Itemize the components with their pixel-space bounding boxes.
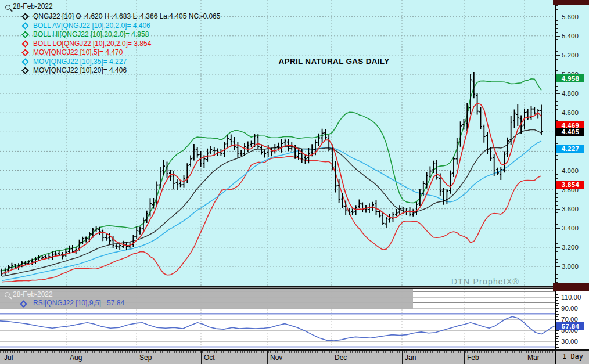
month-label-jul: Jul [4, 354, 13, 362]
legend-row-label: BOLL HI[QNGJ22 [10],20,2.0]= 4.958 [33, 30, 149, 38]
price-tick [556, 98, 558, 98]
price-tick [556, 155, 558, 156]
price-tick [556, 251, 558, 252]
month-tick [267, 351, 268, 364]
legend-row-label: MOV[QNGJ22 [10],5]= 4.470 [33, 48, 123, 56]
price-tick [556, 278, 558, 279]
price-tick [556, 232, 558, 232]
rsi-axis[interactable]: 110.0090.0070.0050.0030.0057.84 [556, 289, 589, 349]
magnifier-icon[interactable] [5, 292, 10, 297]
price-tick [556, 259, 558, 260]
rsi-legend-text: RSI[QNGJ22 [10],9,5]= 57.84 [33, 299, 124, 307]
price-tick [556, 5, 558, 6]
price-badge: 4.227 [556, 145, 584, 153]
price-tick [556, 67, 558, 67]
month-label-sep: Sep [139, 354, 152, 362]
rsi-axis-label: 90.00 [561, 305, 578, 312]
legend-row-boll-av[interactable]: BOLL AV[QNGJ22 [10],20,2.0]= 4.406 [0, 21, 53, 30]
price-tick [556, 228, 560, 229]
rsi-tick [556, 338, 558, 339]
price-tick [556, 17, 560, 17]
legend-row-boll-hi[interactable]: BOLL HI[QNGJ22 [10],20,2.0]= 4.958 [0, 30, 53, 39]
interval-selector[interactable]: 1 Day [555, 351, 589, 364]
month-tick [464, 351, 465, 364]
price-tick [556, 167, 558, 167]
price-tick [556, 193, 558, 194]
magnifier-icon[interactable] [5, 5, 10, 10]
legend-row-mov-5[interactable]: MOV[QNGJ22 [10],5]= 4.470 [0, 48, 53, 57]
price-tick [556, 20, 558, 21]
price-tick [556, 178, 558, 179]
price-tick [556, 197, 558, 198]
boll-hi-diamond-icon [21, 31, 29, 38]
price-tick [556, 243, 558, 244]
rsi-tick [556, 294, 558, 295]
price-tick [556, 90, 558, 91]
rsi-legend-box: 28-Feb-2022 RSI[QNGJ22 [10],9,5]= 57.84 [0, 289, 413, 309]
quote-diamond-icon [21, 13, 29, 20]
price-tick [556, 86, 558, 87]
price-tick [556, 205, 558, 206]
price-tick [556, 247, 560, 248]
price-tick [556, 262, 558, 263]
month-tick [137, 351, 137, 364]
rsi-tick [556, 308, 559, 309]
price-tick [556, 236, 558, 236]
price-axis-label: 4.800 [562, 90, 579, 97]
price-tick [556, 105, 558, 106]
axis-separator-bar [553, 283, 589, 291]
price-tick [556, 70, 558, 71]
legend-row-boll-lo[interactable]: BOLL LO[QNGJ22 [10],20,2.0]= 3.854 [0, 39, 53, 48]
rsi-tick [556, 336, 559, 337]
rsi-axis-label: 30.00 [561, 338, 578, 345]
price-tick [556, 44, 558, 44]
month-tick [201, 351, 202, 364]
axis-header-bar [553, 0, 589, 5]
price-badge: 4.958 [556, 74, 584, 82]
rsi-tick [556, 319, 559, 320]
price-axis-label: 3.400 [562, 225, 579, 232]
price-tick [556, 140, 558, 140]
rsi-tick [556, 344, 558, 345]
price-axis-label: 5.200 [562, 52, 579, 59]
price-tick [556, 271, 558, 271]
price-tick [556, 32, 558, 33]
mov-35-diamond-icon [21, 58, 29, 66]
price-axis[interactable]: 5.6005.4005.2005.0004.8004.6004.4004.200… [556, 0, 589, 286]
main-chart-panel[interactable]: APRIL NATURAL GAS DAILY DTN ProphetX® 28… [0, 0, 556, 286]
price-tick [556, 224, 558, 225]
legend-row-label: BOLL LO[QNGJ22 [10],20,2.0]= 3.854 [33, 39, 151, 48]
rsi-diamond-icon [20, 300, 27, 308]
price-tick [556, 48, 558, 48]
rsi-tick [556, 341, 559, 342]
month-label-feb: Feb [467, 354, 479, 362]
prophetx-chart-window: APRIL NATURAL GAS DAILY DTN ProphetX® 28… [0, 0, 589, 364]
legend-row-label: BOLL AV[QNGJ22 [10],20,2.0]= 4.406 [33, 21, 150, 30]
legend-row-mov-35[interactable]: MOV[QNGJ22 [10],35]= 4.227 [0, 57, 53, 66]
rsi-tick [556, 316, 558, 317]
minor-ticks-strip [0, 351, 553, 353]
price-tick [556, 101, 558, 102]
time-axis[interactable]: JulAugSepOctNovDecJanFebMar [0, 351, 589, 364]
mov-5-diamond-icon [21, 49, 29, 56]
month-tick [402, 351, 403, 364]
price-axis-label: 3.200 [562, 244, 579, 251]
legend-row-mov-20[interactable]: MOV[QNGJ22 [10],20]= 4.406 [0, 66, 53, 75]
price-axis-label: 4.000 [562, 167, 579, 174]
price-tick [556, 59, 558, 60]
legend-row-quote[interactable]: QNGJ22 [10] O :4.620 H :4.683 L :4.366 L… [0, 12, 53, 21]
price-tick [556, 255, 558, 255]
price-tick [556, 274, 558, 275]
price-tick [556, 39, 558, 40]
month-label-mar: Mar [527, 354, 540, 362]
price-axis-label: 3.600 [562, 206, 579, 212]
legend-row-label: MOV[QNGJ22 [10],20]= 4.406 [33, 66, 127, 74]
month-tick [525, 351, 525, 364]
rsi-tick [556, 330, 559, 331]
price-tick [556, 209, 560, 210]
price-axis-label: 5.400 [562, 33, 579, 39]
price-tick [556, 13, 558, 13]
price-tick [556, 174, 558, 175]
rsi-tick [556, 305, 558, 306]
boll-lo-diamond-icon [21, 40, 29, 48]
